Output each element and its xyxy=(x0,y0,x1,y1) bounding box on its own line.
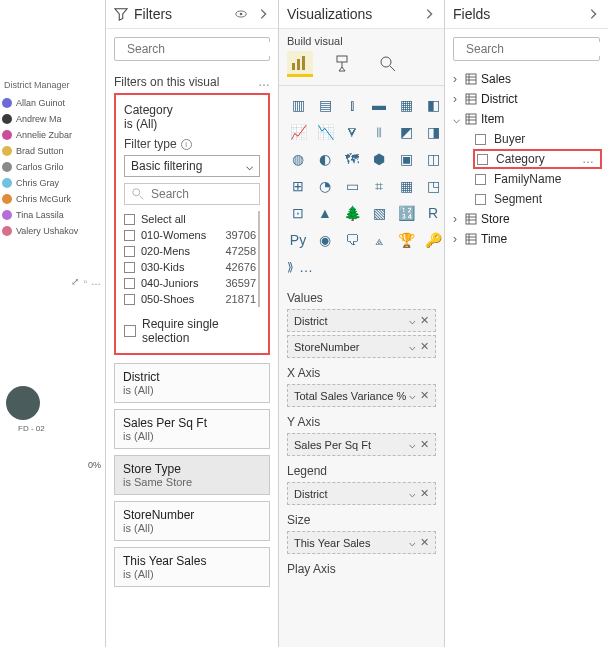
viz-type-icon[interactable]: ◫ xyxy=(422,148,444,170)
collapse-icon[interactable] xyxy=(256,7,270,21)
filter-values-search[interactable]: Search xyxy=(124,183,260,205)
focus-icon[interactable]: ▫ xyxy=(83,276,87,287)
field-item[interactable]: FamilyName xyxy=(473,169,602,189)
manager-item[interactable]: Tina Lassila xyxy=(2,210,105,220)
drill-icon[interactable]: ⤢ xyxy=(71,276,79,287)
chevron-down-icon[interactable]: ⌵ xyxy=(409,487,416,500)
manager-item[interactable]: Carlos Grilo xyxy=(2,162,105,172)
viz-type-icon[interactable]: ◉ xyxy=(314,229,336,251)
viz-type-icon[interactable]: ◳ xyxy=(422,175,444,197)
checkbox[interactable] xyxy=(124,230,135,241)
viz-type-icon[interactable]: ▦ xyxy=(395,94,417,116)
checkbox[interactable] xyxy=(475,134,486,145)
chevron-down-icon[interactable]: ⌵ xyxy=(409,438,416,451)
filter-card[interactable]: StoreNumberis (All) xyxy=(114,501,270,541)
chevron-down-icon[interactable]: ⌵ xyxy=(409,536,416,549)
require-single-selection[interactable]: Require single selection xyxy=(124,317,260,345)
field-ellipsis-icon[interactable]: … xyxy=(582,152,598,166)
viz-type-icon[interactable]: ▭ xyxy=(341,175,363,197)
remove-icon[interactable]: ✕ xyxy=(420,536,429,549)
scatter-chart-visual[interactable]: ⤢ ▫ … FD - 02 0% xyxy=(2,276,105,496)
viz-type-icon[interactable]: 🔢 xyxy=(395,202,417,224)
table-item[interactable]: ›Sales xyxy=(451,69,602,89)
manager-item[interactable]: Brad Sutton xyxy=(2,146,105,156)
viz-type-icon[interactable]: ◔ xyxy=(314,175,336,197)
build-tab[interactable] xyxy=(287,51,313,77)
data-bubble[interactable] xyxy=(6,386,40,420)
viz-type-icon[interactable]: ⌗ xyxy=(368,175,390,197)
fields-search-input[interactable] xyxy=(466,42,608,56)
eye-icon[interactable] xyxy=(234,7,248,21)
viz-type-icon[interactable]: ▲ xyxy=(314,202,336,224)
filter-type-select[interactable]: Basic filtering ⌵ xyxy=(124,155,260,177)
viz-type-icon[interactable]: ⬢ xyxy=(368,148,390,170)
viz-type-icon[interactable]: 🗨 xyxy=(341,229,363,251)
checkbox[interactable] xyxy=(477,154,488,165)
field-well-item[interactable]: District⌵✕ xyxy=(287,482,436,505)
viz-type-icon[interactable]: ◧ xyxy=(422,94,444,116)
viz-type-icon[interactable]: ▥ xyxy=(287,94,309,116)
chevron-down-icon[interactable]: ⌵ xyxy=(409,389,416,402)
field-well-item[interactable]: Sales Per Sq Ft⌵✕ xyxy=(287,433,436,456)
viz-type-icon[interactable]: ⫴ xyxy=(368,121,390,143)
checkbox[interactable] xyxy=(124,294,135,305)
field-well-item[interactable]: StoreNumber⌵✕ xyxy=(287,335,436,358)
viz-type-icon[interactable]: ⊞ xyxy=(287,175,309,197)
manager-item[interactable]: Chris McGurk xyxy=(2,194,105,204)
viz-more-icon[interactable]: … xyxy=(299,259,313,275)
filters-search-input[interactable] xyxy=(127,42,277,56)
filter-value-item[interactable]: 050-Shoes21871 xyxy=(124,291,256,307)
viz-type-icon[interactable]: ▣ xyxy=(395,148,417,170)
viz-type-icon[interactable]: 🔑 xyxy=(422,229,444,251)
table-item[interactable]: ›Store xyxy=(451,209,602,229)
checkbox[interactable] xyxy=(124,325,136,337)
section-ellipsis-icon[interactable]: … xyxy=(258,75,270,89)
checkbox[interactable] xyxy=(475,194,486,205)
filter-card[interactable]: Store Typeis Same Store xyxy=(114,455,270,495)
chevron-down-icon[interactable]: ⌵ xyxy=(409,340,416,353)
collapse-icon[interactable] xyxy=(422,7,436,21)
filter-card[interactable]: Sales Per Sq Ftis (All) xyxy=(114,409,270,449)
chevron-down-icon[interactable]: ⌵ xyxy=(409,314,416,327)
table-item[interactable]: ›District xyxy=(451,89,602,109)
viz-type-icon[interactable]: 📈 xyxy=(287,121,309,143)
manager-item[interactable]: Annelie Zubar xyxy=(2,130,105,140)
viz-type-icon[interactable]: ⟁ xyxy=(368,229,390,251)
viz-type-icon[interactable]: 🗺 xyxy=(341,148,363,170)
viz-type-icon[interactable]: ⛛ xyxy=(341,121,363,143)
table-item[interactable]: ›Time xyxy=(451,229,602,249)
filters-search[interactable] xyxy=(114,37,270,61)
fields-search[interactable] xyxy=(453,37,600,61)
viz-type-icon[interactable]: ◩ xyxy=(395,121,417,143)
viz-type-icon[interactable]: ▧ xyxy=(368,202,390,224)
viz-type-icon[interactable]: ▤ xyxy=(314,94,336,116)
analytics-tab[interactable] xyxy=(375,51,401,77)
filter-card[interactable]: Districtis (All) xyxy=(114,363,270,403)
field-item[interactable]: Category… xyxy=(473,149,602,169)
filter-card[interactable]: This Year Salesis (All) xyxy=(114,547,270,587)
checkbox[interactable] xyxy=(124,262,135,273)
viz-type-icon[interactable]: ◐ xyxy=(314,148,336,170)
manager-item[interactable]: Valery Ushakov xyxy=(2,226,105,236)
manager-item[interactable]: Chris Gray xyxy=(2,178,105,188)
filter-value-item[interactable]: 020-Mens47258 xyxy=(124,243,256,259)
remove-icon[interactable]: ✕ xyxy=(420,438,429,451)
viz-type-icon[interactable]: R xyxy=(422,202,444,224)
ellipsis-icon[interactable]: … xyxy=(91,276,101,287)
remove-icon[interactable]: ✕ xyxy=(420,389,429,402)
field-item[interactable]: Segment xyxy=(473,189,602,209)
filter-value-item[interactable]: 040-Juniors36597 xyxy=(124,275,256,291)
viz-type-icon[interactable]: ▬ xyxy=(368,94,390,116)
viz-type-icon[interactable]: 📉 xyxy=(314,121,336,143)
viz-type-icon[interactable]: ⫿ xyxy=(341,94,363,116)
filter-value-item[interactable]: 010-Womens39706 xyxy=(124,227,256,243)
field-item[interactable]: Buyer xyxy=(473,129,602,149)
manager-item[interactable]: Andrew Ma xyxy=(2,114,105,124)
field-well-item[interactable]: District⌵✕ xyxy=(287,309,436,332)
collapse-icon[interactable] xyxy=(586,7,600,21)
checkbox[interactable] xyxy=(124,246,135,257)
viz-type-icon[interactable]: ▦ xyxy=(395,175,417,197)
checkbox[interactable] xyxy=(124,214,135,225)
manager-item[interactable]: Allan Guinot xyxy=(2,98,105,108)
checkbox[interactable] xyxy=(124,278,135,289)
